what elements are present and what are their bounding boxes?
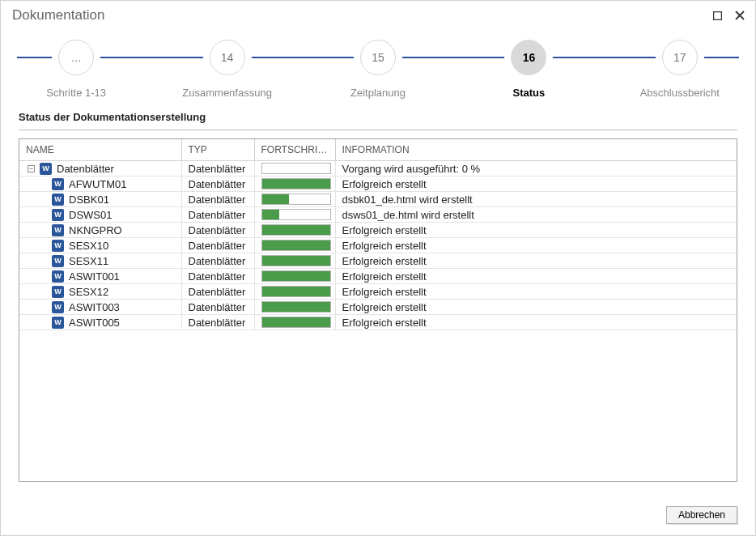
wizard-step[interactable]: 17Abschlussbericht	[605, 40, 755, 99]
maximize-icon[interactable]	[710, 8, 724, 23]
row-information: Erfolgreich erstellt	[335, 238, 737, 253]
word-document-icon: W	[52, 286, 64, 298]
word-document-icon: W	[52, 301, 64, 313]
row-type: Datenblätter	[181, 253, 254, 269]
step-number: 17	[662, 40, 698, 75]
row-type: Datenblätter	[181, 207, 254, 223]
row-type: Datenblätter	[181, 284, 254, 300]
row-type: Datenblätter	[181, 177, 254, 192]
section-title: Status der Dokumentationserstellung	[19, 111, 737, 123]
table-row[interactable]: WNKNGPRODatenblätterErfolgreich erstellt	[19, 223, 737, 238]
table-row[interactable]: WASWIT003DatenblätterErfolgreich erstell…	[19, 300, 737, 315]
progress-bar	[261, 270, 331, 282]
row-name: DSWS01	[69, 209, 112, 221]
dialog-window: Dokumentation ...Schritte 1-1314Zusammen…	[0, 0, 756, 536]
word-document-icon: W	[52, 224, 64, 236]
row-information: dsbk01_de.html wird erstellt	[335, 192, 737, 207]
row-type: Datenblätter	[181, 161, 254, 177]
row-information: Erfolgreich erstellt	[335, 177, 737, 192]
col-header-information[interactable]: INFORMATION	[335, 139, 737, 161]
col-header-progress[interactable]: FORTSCHRITT IN...	[254, 139, 335, 161]
row-name: ASWIT005	[69, 317, 120, 329]
close-icon[interactable]	[733, 8, 747, 23]
row-information: Erfolgreich erstellt	[335, 315, 737, 330]
section-divider	[19, 130, 737, 130]
progress-bar	[261, 178, 331, 189]
step-label: Zusammenfassung	[151, 87, 302, 99]
col-header-type[interactable]: TYP	[181, 139, 254, 161]
status-grid: NAME TYP FORTSCHRITT IN... INFORMATION −…	[19, 138, 737, 482]
step-label: Schritte 1-13	[1, 87, 151, 99]
row-name: SESX12	[69, 286, 108, 298]
step-label: Abschlussbericht	[605, 87, 755, 99]
row-name: DSBK01	[69, 194, 109, 206]
step-label: Zeitplanung	[303, 87, 453, 99]
row-type: Datenblätter	[181, 192, 254, 207]
table-row[interactable]: WSESX10DatenblätterErfolgreich erstellt	[19, 238, 737, 253]
progress-bar	[261, 163, 331, 174]
wizard-step[interactable]: ...Schritte 1-13	[1, 40, 151, 99]
word-document-icon: W	[52, 194, 64, 206]
progress-bar	[261, 255, 331, 266]
table-row[interactable]: WAFWUTM01DatenblätterErfolgreich erstell…	[19, 177, 737, 192]
grid-header-row: NAME TYP FORTSCHRITT IN... INFORMATION	[19, 139, 737, 161]
step-number: 14	[210, 40, 245, 75]
svg-rect-0	[713, 11, 721, 19]
row-type: Datenblätter	[181, 238, 254, 253]
table-row[interactable]: WASWIT005DatenblätterErfolgreich erstell…	[19, 315, 737, 330]
word-document-icon: W	[52, 317, 64, 329]
row-type: Datenblätter	[181, 300, 254, 315]
progress-bar	[261, 286, 331, 297]
table-row[interactable]: WSESX12DatenblätterErfolgreich erstellt	[19, 284, 737, 300]
row-information: Erfolgreich erstellt	[335, 253, 737, 269]
step-label: Status	[453, 87, 604, 99]
row-name: NKNGPRO	[69, 224, 122, 236]
row-information: Erfolgreich erstellt	[335, 223, 737, 238]
progress-bar	[261, 301, 331, 313]
wizard-step[interactable]: 15Zeitplanung	[303, 40, 453, 99]
col-header-name[interactable]: NAME	[19, 139, 181, 161]
row-information: Vorgang wird ausgeführt: 0 %	[335, 161, 737, 177]
row-type: Datenblätter	[181, 223, 254, 238]
dialog-footer: Abbrechen	[666, 506, 737, 524]
word-document-icon: W	[52, 240, 64, 252]
table-row[interactable]: WASWIT001DatenblätterErfolgreich erstell…	[19, 269, 737, 284]
progress-bar	[261, 240, 331, 251]
table-row[interactable]: WDSBK01Datenblätterdsbk01_de.html wird e…	[19, 192, 737, 207]
progress-bar	[261, 317, 331, 328]
row-name: Datenblätter	[57, 163, 114, 175]
table-row[interactable]: WDSWS01Datenblätterdsws01_de.html wird e…	[19, 207, 737, 223]
progress-bar	[261, 194, 331, 205]
word-document-icon: W	[40, 163, 52, 175]
word-document-icon: W	[52, 178, 64, 190]
word-document-icon: W	[52, 255, 64, 267]
row-name: SESX10	[69, 240, 108, 252]
wizard-step[interactable]: 14Zusammenfassung	[151, 40, 302, 99]
step-number: 15	[360, 40, 396, 75]
row-type: Datenblätter	[181, 269, 254, 284]
table-row[interactable]: WSESX11DatenblätterErfolgreich erstellt	[19, 253, 737, 269]
row-name: AFWUTM01	[69, 178, 127, 190]
cancel-button[interactable]: Abbrechen	[666, 506, 737, 524]
window-title: Dokumentation	[12, 7, 702, 23]
step-number: ...	[58, 40, 94, 75]
row-information: Erfolgreich erstellt	[335, 300, 737, 315]
titlebar: Dokumentation	[1, 1, 755, 30]
word-document-icon: W	[52, 209, 64, 221]
row-type: Datenblätter	[181, 315, 254, 330]
row-information: Erfolgreich erstellt	[335, 284, 737, 300]
row-name: ASWIT001	[69, 270, 120, 283]
wizard-step[interactable]: 16Status	[453, 40, 604, 99]
progress-bar	[261, 209, 331, 220]
table-row[interactable]: −WDatenblätterDatenblätterVorgang wird a…	[19, 161, 737, 177]
step-number: 16	[511, 40, 546, 75]
word-document-icon: W	[52, 270, 64, 283]
tree-collapse-icon[interactable]: −	[28, 165, 35, 172]
progress-bar	[261, 224, 331, 236]
row-name: SESX11	[69, 255, 108, 267]
row-name: ASWIT003	[69, 301, 120, 313]
wizard-stepper: ...Schritte 1-1314Zusammenfassung15Zeitp…	[1, 30, 755, 108]
row-information: dsws01_de.html wird erstellt	[335, 207, 737, 223]
row-information: Erfolgreich erstellt	[335, 269, 737, 284]
